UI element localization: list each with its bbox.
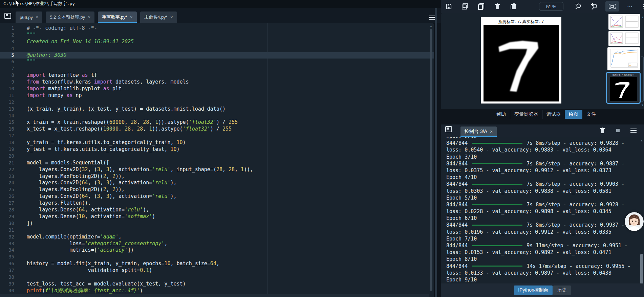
fit-plot-icon[interactable] [605,1,619,12]
line-number: 31 [0,227,20,234]
code-line[interactable]: 6""" [0,59,434,65]
console-bottom-tab-2[interactable]: 历史 [553,285,571,295]
code-line[interactable]: 8import tensorflow as tf [0,72,434,79]
code-line[interactable]: 10import matplotlib.pyplot as plt [0,86,434,92]
code-line[interactable]: 2""" [0,32,434,39]
save-icon[interactable] [444,1,454,12]
code-line[interactable]: 35 [0,254,434,260]
line-number: 22 [0,166,20,173]
code-line[interactable]: 7 [0,65,434,72]
more-options-icon[interactable]: ⋯ [625,1,635,12]
code-line[interactable]: 19y_test = tf.keras.utils.to_categorical… [0,146,434,153]
editor-tab-3[interactable]: 手写数字.py*× [98,12,137,23]
zoom-in-icon[interactable] [589,1,599,12]
console-delete-icon[interactable] [597,125,607,136]
hamburger-menu-icon[interactable] [641,1,644,12]
code-line[interactable]: 39test_loss, test_acc = model.evaluate(x… [0,281,434,288]
scroll-down-icon[interactable]: ▼ [641,104,644,107]
code-line[interactable]: 22 layers.Conv2D(32, (3, 3), activation=… [0,166,434,173]
editor-tab-1[interactable]: p66.py× [16,12,42,23]
code-line[interactable]: 18y_train = tf.keras.utils.to_categorica… [0,139,434,146]
close-icon[interactable]: × [130,15,133,20]
pane-tab-5[interactable]: 文件 [582,110,600,119]
code-line[interactable]: 5@author: 3030 [0,52,434,59]
console-menu-icon[interactable] [628,125,639,136]
code-line[interactable]: 20 [0,153,434,160]
code-line[interactable]: 4 [0,45,434,52]
console-tab[interactable]: 控制台 3/A × [460,127,497,137]
close-icon[interactable]: × [490,129,493,134]
code-line[interactable]: 11import numpy as np [0,92,434,99]
code-line[interactable]: 27 layers.Flatten(), [0,200,434,207]
scroll-up-icon[interactable]: ▲ [641,16,644,19]
code-line[interactable]: 21model = models.Sequential([ [0,160,434,166]
code-line[interactable]: 13(x_train, y_train), (x_test, y_test) =… [0,106,434,113]
code-line[interactable]: 36history = model.fit(x_train, y_train, … [0,260,434,267]
zoom-level-box[interactable]: 51 % [539,2,563,11]
console-output[interactable]: Epoch 2/10844/8447s 8ms/step - accuracy:… [441,137,640,283]
code-line[interactable]: 16x_test = x_test.reshape((10000, 28, 28… [0,126,434,133]
editor-options-menu-icon[interactable] [429,16,435,20]
code-line[interactable]: 29 layers.Dense(10, activation='softmax'… [0,213,434,220]
delete-icon[interactable] [492,1,502,12]
code-line[interactable]: 3Created on Fri Nov 14 16:09:41 2025 [0,39,434,45]
stop-icon[interactable] [613,125,623,136]
code-line[interactable]: 9from tensorflow.keras import datasets, … [0,79,434,86]
code-line[interactable]: 28 layers.Dense(64, activation='relu'), [0,207,434,213]
code-line[interactable]: 26 layers.Conv2D(64, (3, 3), activation=… [0,193,434,200]
close-icon[interactable]: × [36,15,38,20]
plot-thumbnail-2[interactable] [608,31,640,46]
code-line[interactable]: 12 [0,99,434,106]
editor-tab-2[interactable]: 5.2 文本预处理.py× [46,12,94,23]
copy-icon[interactable] [476,1,486,12]
delete-all-icon[interactable] [509,1,519,12]
close-icon[interactable]: × [170,15,173,20]
close-icon[interactable]: × [88,15,90,20]
code-line[interactable]: 25 layers.MaxPooling2D((2, 2)), [0,186,434,193]
assistant-avatar[interactable] [625,212,644,231]
thumbnails-scrollbar-thumb[interactable] [641,56,644,102]
code-line[interactable]: 1# -*- coding: utf-8 -*- [0,25,434,32]
code-line[interactable]: 14 [0,113,434,119]
pane-splitter[interactable] [435,8,437,297]
progress-bar [472,143,522,144]
pane-tab-3[interactable]: 调试器 [542,110,565,119]
progress-bar [472,266,522,267]
editor-scrollbar-thumb[interactable] [430,29,432,291]
code-editor[interactable]: 1# -*- coding: utf-8 -*-2"""3Created on … [0,23,434,297]
console-line: Epoch 8/10 [446,256,640,262]
editor-tab-4[interactable]: 未命名4.py*× [140,12,177,23]
console-line: 844/8447s 8ms/step - accuracy: 0.9887 - [446,160,640,167]
console-bottom-tab-1[interactable]: IPython控制台 [514,285,552,295]
plot-thumbnail-4-selected[interactable]: 预测标签: 7, 真实标签: 7 [606,72,641,104]
pane-tab-1[interactable]: 帮助 [492,110,510,119]
pane-tab-4[interactable]: 绘图 [565,110,582,119]
code-line[interactable]: 33 loss='categorical_crossentropy', [0,241,434,247]
plot-thumbnail-3[interactable] [607,47,640,70]
console-browse-tabs-icon[interactable] [444,125,453,134]
code-line[interactable]: 24 layers.Conv2D(64, (3, 3), activation=… [0,180,434,186]
console-scrollbar[interactable]: ▲ [640,139,643,284]
editor-vertical-scrollbar[interactable]: ▲ [429,24,433,293]
code-line[interactable]: 40print(f'\n测试集准确率: {test_acc:.4f}') [0,288,434,294]
code-line[interactable]: 15x_train = x_train.reshape((60000, 28, … [0,119,434,126]
console-bottom-tab-bar: IPython控制台历史 [441,283,644,297]
console-scroll-up-icon[interactable]: ▲ [640,139,643,142]
code-line[interactable]: 38 [0,274,434,281]
editor-horizontal-scrollbar[interactable] [0,294,429,297]
code-line[interactable]: 31 [0,227,434,234]
code-line[interactable]: 30]) [0,220,434,227]
code-line[interactable]: 32model.compile(optimizer='adam', [0,234,434,241]
code-line[interactable]: 23 layers.MaxPooling2D((2, 2)), [0,173,434,180]
pane-tab-2[interactable]: 变量浏览器 [510,110,542,119]
console-scrollbar-thumb[interactable] [640,254,643,284]
save-all-icon[interactable] [460,1,470,12]
thumbnails-scrollbar[interactable]: ▲ ▼ [641,16,644,107]
browse-tabs-icon[interactable] [3,12,12,20]
code-line[interactable]: 37 validation_split=0.1) [0,267,434,274]
code-line[interactable]: 34 metrics=['accuracy']) [0,247,434,254]
zoom-out-icon[interactable] [573,1,583,12]
plot-thumbnail-1[interactable] [608,14,640,30]
code-line[interactable]: 17 [0,133,434,139]
line-number: 4 [0,45,20,52]
